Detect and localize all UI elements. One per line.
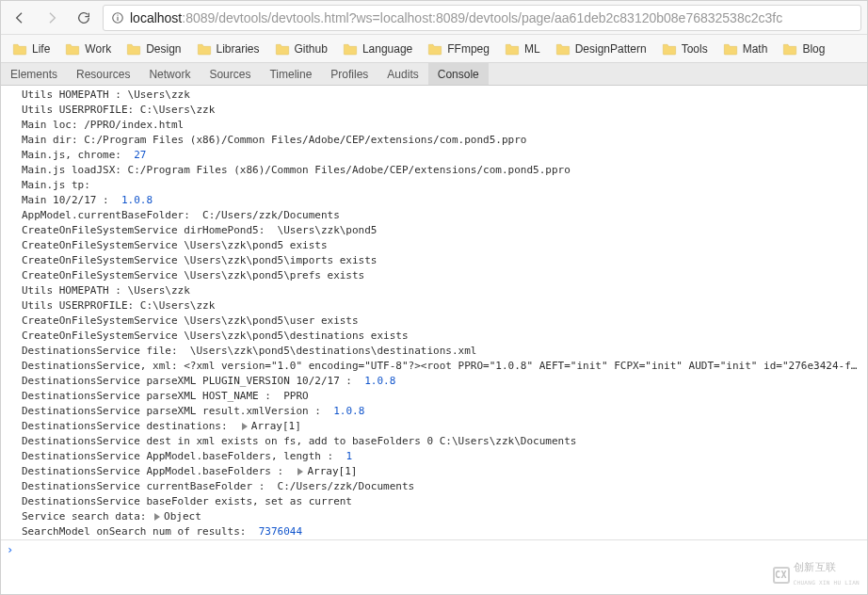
url-text: localhost:8089/devtools/devtools.html?ws… bbox=[130, 10, 782, 25]
log-text: CreateOnFileSystemService \Users\zzk\pon… bbox=[22, 314, 359, 327]
tab-console[interactable]: Console bbox=[428, 63, 489, 85]
bookmark-label: DesignPattern bbox=[575, 42, 647, 56]
log-number: 1.0.8 bbox=[333, 405, 364, 417]
arrow-right-icon bbox=[44, 10, 59, 25]
prompt-caret-icon: › bbox=[5, 542, 19, 557]
bookmark-folder[interactable]: Math bbox=[717, 40, 774, 58]
console-log-line: CreateOnFileSystemService \Users\zzk\pon… bbox=[1, 329, 867, 344]
console-log-line: CreateOnFileSystemService \Users\zzk\pon… bbox=[1, 314, 867, 329]
log-text: Main.js tp: bbox=[22, 179, 90, 191]
console-log-line: Main 10/2/17 : 1.0.8 bbox=[1, 193, 867, 208]
bookmark-folder[interactable]: Libraries bbox=[191, 40, 265, 58]
console-log-line: Main dir: C:/Program Files (x86)/Common … bbox=[1, 133, 867, 148]
reload-button[interactable] bbox=[71, 5, 97, 31]
console-log-line: Main.js tp: bbox=[1, 178, 867, 193]
expand-triangle-icon[interactable] bbox=[154, 513, 160, 521]
log-text: Main dir: C:/Program Files (x86)/Common … bbox=[22, 134, 526, 146]
console-log-line: DestinationsService baseFolder exists, s… bbox=[1, 494, 867, 509]
folder-icon bbox=[197, 42, 212, 56]
tab-profiles[interactable]: Profiles bbox=[321, 63, 378, 85]
log-text: DestinationsService parseXML result.xmlV… bbox=[22, 405, 333, 417]
log-text: DestinationsService AppModel.baseFolders… bbox=[22, 450, 346, 462]
log-object[interactable]: Array[1] bbox=[307, 465, 357, 477]
tab-resources[interactable]: Resources bbox=[67, 63, 139, 85]
bookmark-folder[interactable]: Tools bbox=[656, 40, 714, 58]
console-log-line: Utils USERPROFILE: C:\Users\zzk bbox=[1, 298, 867, 314]
log-number: 1.0.8 bbox=[364, 375, 395, 387]
bookmark-label: Design bbox=[146, 42, 181, 56]
log-text: DestinationsService AppModel.baseFolders… bbox=[22, 465, 296, 477]
log-object[interactable]: Array[1] bbox=[251, 420, 301, 432]
bookmark-label: Language bbox=[362, 42, 412, 56]
bookmark-folder[interactable]: Design bbox=[121, 40, 186, 58]
bookmark-folder[interactable]: DesignPattern bbox=[550, 40, 652, 58]
log-text: DestinationsService destinations: bbox=[22, 420, 240, 432]
console-log-line: DestinationsService AppModel.baseFolders… bbox=[1, 464, 867, 479]
folder-icon bbox=[12, 42, 27, 56]
back-button[interactable] bbox=[7, 5, 33, 31]
log-text: CreateOnFileSystemService \Users\zzk\pon… bbox=[22, 330, 409, 342]
reload-icon bbox=[76, 10, 91, 25]
bookmark-folder[interactable]: Github bbox=[269, 40, 333, 58]
log-text: DestinationsService currentBaseFolder : … bbox=[22, 480, 414, 492]
forward-button[interactable] bbox=[39, 5, 65, 31]
site-info-icon[interactable] bbox=[111, 11, 124, 24]
log-object[interactable]: Object bbox=[164, 510, 201, 523]
folder-icon bbox=[343, 42, 358, 56]
console-log-line: SearchModel onSearch num of results: 737… bbox=[1, 524, 867, 539]
console-log-line: CreateOnFileSystemService \Users\zzk\pon… bbox=[1, 268, 867, 283]
tab-audits[interactable]: Audits bbox=[378, 63, 427, 85]
watermark-brand: 创新互联 bbox=[794, 560, 860, 575]
log-text: DestinationsService baseFolder exists, s… bbox=[22, 495, 352, 507]
bookmark-label: FFmpeg bbox=[447, 42, 490, 56]
svg-point-2 bbox=[117, 14, 118, 15]
log-text: Main 10/2/17 : bbox=[22, 194, 121, 206]
log-text: CreateOnFileSystemService \Users\zzk\pon… bbox=[22, 269, 364, 281]
log-text: DestinationsService file: \Users\zzk\pon… bbox=[22, 345, 476, 357]
bookmark-folder[interactable]: FFmpeg bbox=[422, 40, 495, 58]
watermark: CX 创新互联 CHUANG XIN HU LIAN bbox=[773, 560, 860, 590]
address-bar[interactable]: localhost:8089/devtools/devtools.html?ws… bbox=[103, 5, 861, 31]
bookmark-label: Work bbox=[85, 42, 111, 56]
console-log-line: Utils HOMEPATH : \Users\zzk bbox=[1, 88, 867, 103]
expand-triangle-icon[interactable] bbox=[297, 468, 303, 475]
tab-timeline[interactable]: Timeline bbox=[260, 63, 321, 85]
console-log-line: DestinationsService destinations: Array[… bbox=[1, 419, 867, 434]
tab-network[interactable]: Network bbox=[139, 63, 200, 85]
expand-triangle-icon[interactable] bbox=[242, 423, 248, 430]
console-log-line: DestinationsService parseXML HOST_NAME :… bbox=[1, 389, 867, 404]
log-text: CreateOnFileSystemService dirHomePond5: … bbox=[22, 224, 378, 236]
arrow-left-icon bbox=[12, 10, 27, 25]
console-log-line: AppModel.currentBaseFolder: C:/Users/zzk… bbox=[1, 208, 867, 223]
bookmarks-bar: LifeWorkDesignLibrariesGithubLanguageFFm… bbox=[1, 35, 867, 63]
bookmark-folder[interactable]: Life bbox=[7, 40, 56, 58]
watermark-sub: CHUANG XIN HU LIAN bbox=[794, 575, 860, 590]
log-number: 7376044 bbox=[259, 525, 302, 538]
console-input[interactable] bbox=[19, 544, 863, 556]
console-prompt-row: › bbox=[1, 539, 867, 559]
bookmark-folder[interactable]: ML bbox=[499, 40, 546, 58]
bookmark-label: Math bbox=[743, 42, 768, 56]
tab-sources[interactable]: Sources bbox=[200, 63, 260, 85]
tab-elements[interactable]: Elements bbox=[1, 63, 67, 85]
bookmark-folder[interactable]: Work bbox=[59, 40, 117, 58]
bookmark-label: Life bbox=[32, 42, 50, 56]
console-log-line: DestinationsService currentBaseFolder : … bbox=[1, 479, 867, 494]
console-log-line: Main loc: /PPRO/index.html bbox=[1, 118, 867, 133]
log-text: Main loc: /PPRO/index.html bbox=[22, 119, 184, 131]
log-number: 1.0.8 bbox=[121, 194, 153, 206]
folder-icon bbox=[662, 42, 677, 56]
log-text: CreateOnFileSystemService \Users\zzk\pon… bbox=[22, 239, 328, 251]
bookmark-folder[interactable]: Language bbox=[337, 40, 418, 58]
console-log-line: CreateOnFileSystemService dirHomePond5: … bbox=[1, 223, 867, 238]
console-log-line: DestinationsService parseXML result.xmlV… bbox=[1, 404, 867, 419]
bookmark-label: Github bbox=[295, 42, 328, 56]
console-log-line: Utils HOMEPATH : \Users\zzk bbox=[1, 283, 867, 298]
browser-nav-bar: localhost:8089/devtools/devtools.html?ws… bbox=[1, 1, 867, 35]
console-log-line: CreateOnFileSystemService \Users\zzk\pon… bbox=[1, 238, 867, 253]
console-log-line: Main.js, chrome: 27 bbox=[1, 148, 867, 163]
folder-icon bbox=[782, 42, 797, 56]
log-text: Utils HOMEPATH : \Users\zzk bbox=[22, 88, 190, 101]
bookmark-folder[interactable]: Blog bbox=[777, 40, 830, 58]
log-text: Utils HOMEPATH : \Users\zzk bbox=[22, 284, 190, 297]
